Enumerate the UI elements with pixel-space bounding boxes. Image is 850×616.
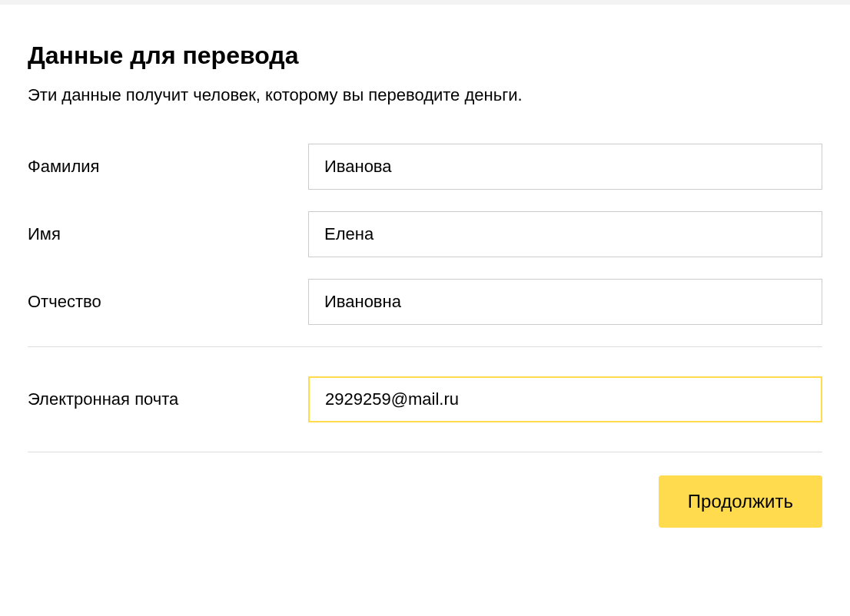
page-subtitle: Эти данные получит человек, которому вы … bbox=[28, 85, 822, 105]
continue-button[interactable]: Продолжить bbox=[659, 475, 822, 528]
label-email: Электронная почта bbox=[28, 389, 308, 409]
button-row: Продолжить bbox=[28, 475, 822, 528]
divider-2 bbox=[28, 452, 822, 452]
label-firstname: Имя bbox=[28, 224, 308, 244]
section-email: Электронная почта bbox=[28, 376, 822, 422]
label-surname: Фамилия bbox=[28, 157, 308, 177]
row-email: Электронная почта bbox=[28, 376, 822, 422]
divider-1 bbox=[28, 346, 822, 347]
input-surname[interactable] bbox=[308, 144, 822, 190]
input-firstname[interactable] bbox=[308, 211, 822, 257]
row-patronymic: Отчество bbox=[28, 279, 822, 325]
row-firstname: Имя bbox=[28, 211, 822, 257]
row-surname: Фамилия bbox=[28, 144, 822, 190]
page-title: Данные для перевода bbox=[28, 41, 822, 70]
form-container: Данные для перевода Эти данные получит ч… bbox=[0, 5, 850, 528]
input-patronymic[interactable] bbox=[308, 279, 822, 325]
label-patronymic: Отчество bbox=[28, 292, 308, 312]
input-email[interactable] bbox=[308, 376, 822, 422]
